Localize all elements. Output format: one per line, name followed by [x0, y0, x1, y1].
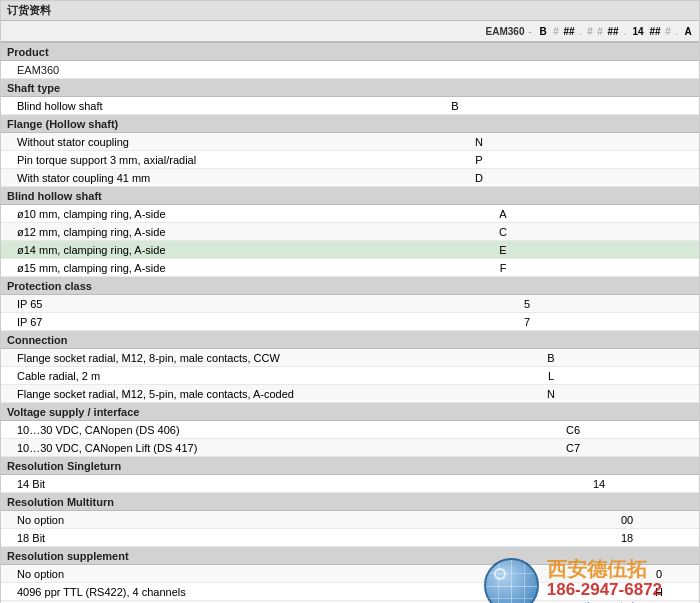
section-connection: Connection: [1, 331, 699, 349]
row-10mm: ø10 mm, clamping ring, A-side A: [1, 205, 699, 223]
section-product: Product: [1, 43, 699, 61]
row-cable-radial: Cable radial, 2 m L: [1, 367, 699, 385]
row-canopen-ds417: 10…30 VDC, CANopen Lift (DS 417) C7: [1, 439, 699, 457]
row-no-option-supp-code: 0: [651, 568, 667, 580]
row-12mm: ø12 mm, clamping ring, A-side C: [1, 223, 699, 241]
row-14bit-code: 14: [587, 478, 611, 490]
section-res-multi: Resolution Multiturn: [1, 493, 699, 511]
row-no-option-multi-label: No option: [1, 514, 615, 526]
section-flange-label: Flange (Hollow shaft): [1, 116, 699, 132]
row-with-stator: With stator coupling 41 mm D: [1, 169, 699, 187]
page-wrapper: 订货资料 EAM360 - B # ## . # # ## . 14 ## # …: [0, 0, 700, 603]
row-ip65-label: IP 65: [1, 298, 519, 310]
hdr-h2: #: [595, 26, 605, 37]
row-pin-torque: Pin torque support 3 mm, axial/radial P: [1, 151, 699, 169]
hdr-a: A: [681, 26, 695, 37]
row-blind-hollow-label: Blind hollow shaft: [1, 100, 447, 112]
row-ip65: IP 65 5: [1, 295, 699, 313]
row-15mm-label: ø15 mm, clamping ring, A-side: [1, 262, 495, 274]
hdr-dot2: .: [621, 26, 629, 37]
hdr-hash4: ##: [647, 26, 663, 37]
row-blind-hollow-code: B: [447, 100, 463, 112]
row-cable-radial-label: Cable radial, 2 m: [1, 370, 543, 382]
table-container: 订货资料 EAM360 - B # ## . # # ## . 14 ## # …: [0, 0, 700, 603]
section-connection-label: Connection: [1, 332, 699, 348]
section-flange: Flange (Hollow shaft): [1, 115, 699, 133]
row-without-stator: Without stator coupling N: [1, 133, 699, 151]
row-flange-socket-5pin: Flange socket radial, M12, 5-pin, male c…: [1, 385, 699, 403]
row-flange-socket-8pin: Flange socket radial, M12, 8-pin, male c…: [1, 349, 699, 367]
hdr-hash2: ##: [561, 26, 577, 37]
row-canopen-ds406-code: C6: [561, 424, 585, 436]
section-res-supp-label: Resolution supplement: [1, 548, 699, 564]
row-flange-socket-5pin-code: N: [543, 388, 559, 400]
hdr-h3: #: [663, 26, 673, 37]
hdr-sep2: #: [551, 26, 561, 37]
row-flange-socket-8pin-label: Flange socket radial, M12, 8-pin, male c…: [1, 352, 543, 364]
section-voltage-label: Voltage supply / interface: [1, 404, 699, 420]
row-blind-hollow: Blind hollow shaft B: [1, 97, 699, 115]
section-res-supp: Resolution supplement: [1, 547, 699, 565]
section-blind: Blind hollow shaft: [1, 187, 699, 205]
hdr-dot3: .: [673, 26, 681, 37]
row-with-stator-label: With stator coupling 41 mm: [1, 172, 471, 184]
row-with-stator-code: D: [471, 172, 487, 184]
row-4096ppr: 4096 ppr TTL (RS422), 4 channels H: [1, 583, 699, 601]
row-cable-radial-code: L: [543, 370, 559, 382]
row-18bit-label: 18 Bit: [1, 532, 615, 544]
hdr-hash3: ##: [605, 26, 621, 37]
section-shaft: Shaft type: [1, 79, 699, 97]
row-10mm-label: ø10 mm, clamping ring, A-side: [1, 208, 495, 220]
row-4096ppr-code: H: [651, 586, 667, 598]
hdr-dot1: .: [577, 26, 585, 37]
section-protection-label: Protection class: [1, 278, 699, 294]
row-ip67: IP 67 7: [1, 313, 699, 331]
row-ip67-code: 7: [519, 316, 535, 328]
section-voltage: Voltage supply / interface: [1, 403, 699, 421]
section-res-multi-label: Resolution Multiturn: [1, 494, 699, 510]
hdr-14: 14: [629, 26, 647, 37]
row-14bit-label: 14 Bit: [1, 478, 587, 490]
row-pin-torque-code: P: [471, 154, 487, 166]
section-res-single-label: Resolution Singleturn: [1, 458, 699, 474]
section-res-single: Resolution Singleturn: [1, 457, 699, 475]
row-15mm: ø15 mm, clamping ring, A-side F: [1, 259, 699, 277]
col-header-codes: EAM360 - B # ## . # # ## . 14 ## # . A: [485, 26, 699, 37]
row-no-option-supp-label: No option: [1, 568, 651, 580]
row-without-stator-code: N: [471, 136, 487, 148]
hdr-sep1: -: [525, 26, 535, 37]
row-canopen-ds417-label: 10…30 VDC, CANopen Lift (DS 417): [1, 442, 561, 454]
row-canopen-ds406-label: 10…30 VDC, CANopen (DS 406): [1, 424, 561, 436]
row-14mm-label: ø14 mm, clamping ring, A-side: [1, 244, 495, 256]
row-pin-torque-label: Pin torque support 3 mm, axial/radial: [1, 154, 471, 166]
row-eam360-label: EAM360: [1, 62, 499, 78]
row-eam360: EAM360: [1, 61, 699, 79]
row-no-option-multi-code: 00: [615, 514, 639, 526]
row-14mm: ø14 mm, clamping ring, A-side E: [1, 241, 699, 259]
row-14bit: 14 Bit 14: [1, 475, 699, 493]
row-flange-socket-8pin-code: B: [543, 352, 559, 364]
row-15mm-code: F: [495, 262, 511, 274]
row-flange-socket-5pin-label: Flange socket radial, M12, 5-pin, male c…: [1, 388, 543, 400]
row-ip67-label: IP 67: [1, 316, 519, 328]
section-blind-label: Blind hollow shaft: [1, 188, 699, 204]
section-shaft-label: Shaft type: [1, 80, 699, 96]
row-18bit: 18 Bit 18: [1, 529, 699, 547]
row-12mm-code: C: [495, 226, 511, 238]
row-18bit-code: 18: [615, 532, 639, 544]
section-product-label: Product: [1, 44, 699, 60]
page-title: 订货资料: [1, 1, 699, 20]
row-canopen-ds417-code: C7: [561, 442, 585, 454]
hdr-h1: #: [585, 26, 595, 37]
row-14mm-code: E: [495, 244, 511, 256]
row-no-option-supp: No option 0: [1, 565, 699, 583]
row-without-stator-label: Without stator coupling: [1, 136, 471, 148]
row-4096ppr-label: 4096 ppr TTL (RS422), 4 channels: [1, 586, 651, 598]
hdr-eam: EAM360: [485, 26, 525, 37]
row-12mm-label: ø12 mm, clamping ring, A-side: [1, 226, 495, 238]
row-no-option-multi: No option 00: [1, 511, 699, 529]
row-ip65-code: 5: [519, 298, 535, 310]
hdr-b: B: [535, 26, 551, 37]
row-canopen-ds406: 10…30 VDC, CANopen (DS 406) C6: [1, 421, 699, 439]
row-10mm-code: A: [495, 208, 511, 220]
